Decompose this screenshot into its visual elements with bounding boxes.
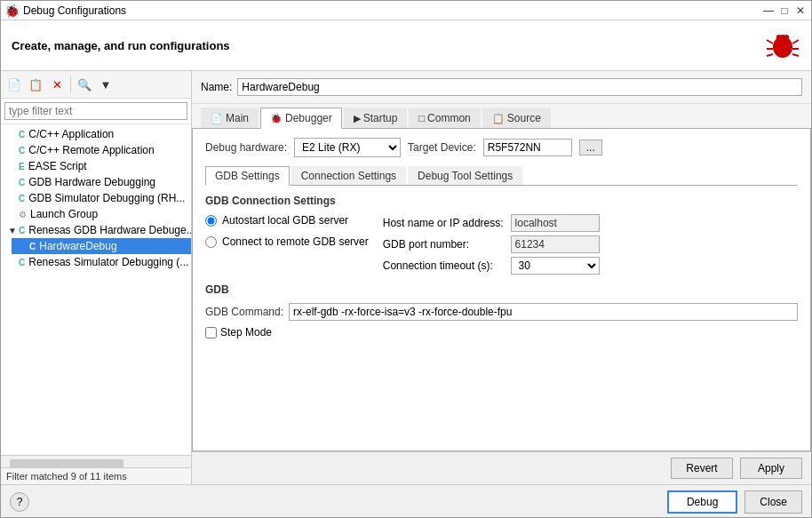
tab-debugger[interactable]: 🐞 Debugger bbox=[260, 108, 342, 129]
filter-dropdown-button[interactable]: ▼ bbox=[96, 75, 115, 94]
debug-button[interactable]: Debug bbox=[667, 490, 737, 514]
timeout-select[interactable]: 30 bbox=[511, 257, 600, 275]
window-title: Debug Configurations bbox=[23, 4, 126, 17]
autostart-radio[interactable] bbox=[205, 215, 217, 227]
tree-item-gdb-hardware[interactable]: C GDB Hardware Debugging bbox=[1, 174, 191, 190]
gdb-command-row: GDB Command: bbox=[205, 303, 798, 321]
config-icon: C bbox=[19, 258, 25, 267]
tab-source[interactable]: 📋 Source bbox=[482, 108, 551, 128]
tree-item-label: Renesas GDB Hardware Debuge... bbox=[28, 224, 191, 236]
svg-line-4 bbox=[767, 54, 773, 56]
tree-item-label: C/C++ Application bbox=[28, 128, 114, 140]
tree-item-cpp-app[interactable]: C C/C++ Application bbox=[1, 126, 191, 142]
sidebar-scrollbar[interactable] bbox=[1, 456, 191, 468]
title-bar-controls[interactable]: — □ ✕ bbox=[761, 4, 808, 18]
tab-startup[interactable]: ▶ Startup bbox=[344, 108, 408, 128]
gdb-command-input[interactable] bbox=[289, 303, 798, 321]
config-icon: C bbox=[19, 194, 25, 203]
svg-line-7 bbox=[792, 54, 799, 56]
right-panel: Name: 📄 Main 🐞 Debugger ▶ Startup bbox=[192, 71, 811, 484]
sidebar-footer: Filter matched 9 of 11 items bbox=[1, 455, 191, 484]
inner-tab-connection-settings[interactable]: Connection Settings bbox=[291, 166, 406, 185]
app-icon: 🐞 bbox=[4, 4, 20, 18]
filter-button[interactable]: 🔍 bbox=[75, 75, 94, 94]
gdb-radio-group: Autostart local GDB server Connect to re… bbox=[205, 214, 369, 253]
config-icon: E bbox=[19, 162, 25, 171]
startup-tab-icon: ▶ bbox=[354, 113, 361, 124]
common-tab-icon: □ bbox=[418, 113, 425, 124]
tab-common[interactable]: □ Common bbox=[409, 108, 480, 128]
gdb-section: GDB GDB Command: Step Mode bbox=[205, 283, 798, 339]
sidebar-status: Filter matched 9 of 11 items bbox=[1, 468, 191, 484]
tree-item-renesas-sim[interactable]: C Renesas Simulator Debugging (... bbox=[1, 254, 191, 270]
svg-line-2 bbox=[767, 40, 773, 44]
minimize-button[interactable]: — bbox=[761, 4, 776, 18]
close-dialog-button[interactable]: Close bbox=[744, 490, 802, 514]
gdb-connection-title: GDB Connection Settings bbox=[205, 195, 798, 207]
svg-line-5 bbox=[792, 40, 799, 44]
name-row: Name: bbox=[192, 71, 811, 104]
debug-hardware-row: Debug hardware: E2 Lite (RX) Target Devi… bbox=[205, 138, 798, 157]
tree-item-ease-script[interactable]: E EASE Script bbox=[1, 158, 191, 174]
inner-tab-debug-tool-settings[interactable]: Debug Tool Settings bbox=[408, 166, 522, 185]
config-icon: C bbox=[19, 178, 25, 187]
host-value: localhost bbox=[511, 214, 600, 232]
sidebar: 📄 📋 ✕ 🔍 ▼ C C/C++ Application C bbox=[1, 71, 192, 484]
title-bar-left: 🐞 Debug Configurations bbox=[4, 4, 126, 18]
inner-tab-gdb-settings-label: GDB Settings bbox=[215, 170, 280, 182]
tree-item-label: HardwareDebug bbox=[39, 240, 116, 252]
config-icon: C bbox=[19, 146, 25, 155]
target-device-label: Target Device: bbox=[408, 141, 476, 154]
debug-hardware-label: Debug hardware: bbox=[205, 141, 287, 154]
filter-input[interactable] bbox=[4, 102, 187, 120]
connect-remote-radio-row[interactable]: Connect to remote GDB server bbox=[205, 235, 369, 248]
tab-source-label: Source bbox=[507, 112, 541, 124]
name-input[interactable] bbox=[237, 78, 802, 96]
tab-bar: 📄 Main 🐞 Debugger ▶ Startup □ Common 📋 bbox=[192, 104, 811, 129]
bottom-action-bar: Revert Apply bbox=[192, 451, 811, 484]
target-device-browse-button[interactable]: ... bbox=[579, 139, 602, 155]
debugger-tab-icon: 🐞 bbox=[270, 113, 283, 124]
tree-item-label: Renesas Simulator Debugging (... bbox=[28, 256, 188, 268]
help-button[interactable]: ? bbox=[10, 492, 29, 512]
delete-button[interactable]: ✕ bbox=[47, 75, 67, 94]
connect-remote-radio[interactable] bbox=[205, 236, 217, 248]
tree-item-cpp-remote[interactable]: C C/C++ Remote Application bbox=[1, 142, 191, 158]
tree-item-hardware-debug[interactable]: C HardwareDebug bbox=[12, 238, 191, 254]
inner-tab-gdb-settings[interactable]: GDB Settings bbox=[205, 166, 290, 186]
timeout-label: Connection timeout (s): bbox=[383, 259, 504, 272]
sidebar-toolbar: 📄 📋 ✕ 🔍 ▼ bbox=[1, 71, 191, 99]
name-label: Name: bbox=[201, 81, 232, 93]
tree-item-label: GDB Simulator Debugging (RH... bbox=[28, 192, 185, 204]
debug-hardware-select[interactable]: E2 Lite (RX) bbox=[294, 138, 401, 157]
config-icon: C bbox=[19, 226, 25, 235]
tab-debugger-label: Debugger bbox=[285, 112, 332, 124]
tab-startup-label: Startup bbox=[363, 112, 398, 124]
inner-tab-debug-tool-settings-label: Debug Tool Settings bbox=[418, 170, 513, 182]
tree-item-renesas-gdb[interactable]: ▼ C Renesas GDB Hardware Debuge... bbox=[1, 222, 191, 238]
maximize-button[interactable]: □ bbox=[777, 4, 792, 18]
tree-item-launch-group[interactable]: ⚙ Launch Group bbox=[1, 206, 191, 222]
content-panel: Debug hardware: E2 Lite (RX) Target Devi… bbox=[192, 129, 811, 451]
source-tab-icon: 📋 bbox=[492, 113, 505, 124]
tab-main[interactable]: 📄 Main bbox=[201, 108, 259, 128]
inner-tab-connection-settings-label: Connection Settings bbox=[301, 170, 396, 182]
config-icon: ⚙ bbox=[19, 210, 27, 219]
target-device-input[interactable] bbox=[483, 139, 572, 156]
gdb-section-label: GDB bbox=[205, 283, 798, 296]
revert-button[interactable]: Revert bbox=[671, 458, 733, 479]
main-layout: Create, manage, and run configurations 📄… bbox=[1, 20, 811, 518]
step-mode-row[interactable]: Step Mode bbox=[205, 326, 798, 339]
close-button[interactable]: ✕ bbox=[793, 4, 808, 18]
title-bar: 🐞 Debug Configurations — □ ✕ bbox=[1, 1, 811, 20]
tree-item-label: GDB Hardware Debugging bbox=[28, 176, 155, 188]
new-config-button[interactable]: 📄 bbox=[4, 75, 24, 94]
footer-buttons: Debug Close bbox=[667, 490, 802, 514]
apply-button[interactable]: Apply bbox=[740, 458, 802, 479]
autostart-radio-row[interactable]: Autostart local GDB server bbox=[205, 214, 369, 227]
filter-input-wrapper[interactable] bbox=[1, 99, 191, 124]
step-mode-checkbox[interactable] bbox=[205, 327, 217, 339]
duplicate-button[interactable]: 📋 bbox=[26, 75, 45, 94]
tree-item-gdb-simulator[interactable]: C GDB Simulator Debugging (RH... bbox=[1, 190, 191, 206]
tab-main-label: Main bbox=[226, 112, 249, 124]
